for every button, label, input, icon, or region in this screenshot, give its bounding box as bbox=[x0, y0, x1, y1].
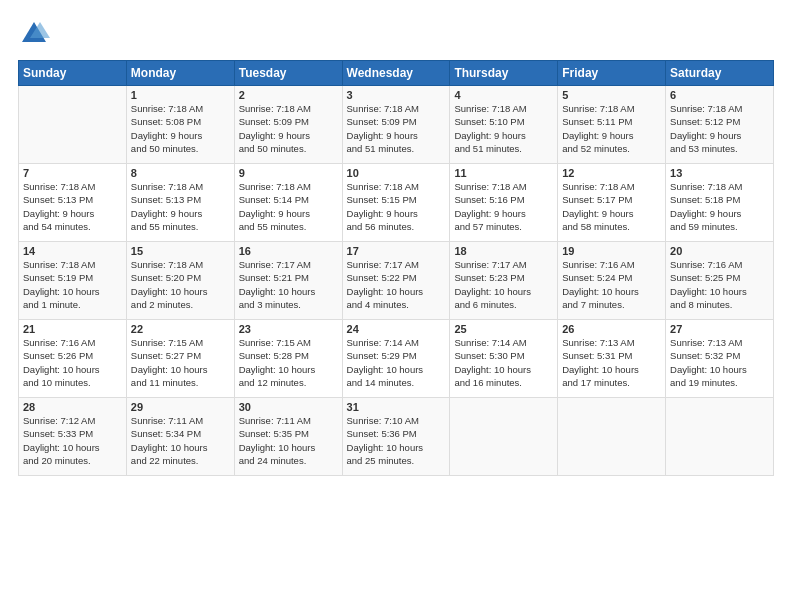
calendar-header: SundayMondayTuesdayWednesdayThursdayFrid… bbox=[19, 61, 774, 86]
day-number: 27 bbox=[670, 323, 769, 335]
day-number: 30 bbox=[239, 401, 338, 413]
day-number: 22 bbox=[131, 323, 230, 335]
day-number: 2 bbox=[239, 89, 338, 101]
calendar-cell: 27Sunrise: 7:13 AM Sunset: 5:32 PM Dayli… bbox=[666, 320, 774, 398]
calendar-body: 1Sunrise: 7:18 AM Sunset: 5:08 PM Daylig… bbox=[19, 86, 774, 476]
calendar-cell: 20Sunrise: 7:16 AM Sunset: 5:25 PM Dayli… bbox=[666, 242, 774, 320]
week-row-5: 28Sunrise: 7:12 AM Sunset: 5:33 PM Dayli… bbox=[19, 398, 774, 476]
day-number: 26 bbox=[562, 323, 661, 335]
day-info: Sunrise: 7:18 AM Sunset: 5:16 PM Dayligh… bbox=[454, 180, 553, 233]
calendar-cell: 12Sunrise: 7:18 AM Sunset: 5:17 PM Dayli… bbox=[558, 164, 666, 242]
calendar-cell: 9Sunrise: 7:18 AM Sunset: 5:14 PM Daylig… bbox=[234, 164, 342, 242]
calendar-cell bbox=[19, 86, 127, 164]
calendar-cell: 24Sunrise: 7:14 AM Sunset: 5:29 PM Dayli… bbox=[342, 320, 450, 398]
calendar-cell: 16Sunrise: 7:17 AM Sunset: 5:21 PM Dayli… bbox=[234, 242, 342, 320]
calendar-cell: 4Sunrise: 7:18 AM Sunset: 5:10 PM Daylig… bbox=[450, 86, 558, 164]
calendar-cell: 25Sunrise: 7:14 AM Sunset: 5:30 PM Dayli… bbox=[450, 320, 558, 398]
header-row: SundayMondayTuesdayWednesdayThursdayFrid… bbox=[19, 61, 774, 86]
calendar-cell: 2Sunrise: 7:18 AM Sunset: 5:09 PM Daylig… bbox=[234, 86, 342, 164]
day-number: 18 bbox=[454, 245, 553, 257]
header bbox=[18, 18, 774, 50]
calendar-cell: 28Sunrise: 7:12 AM Sunset: 5:33 PM Dayli… bbox=[19, 398, 127, 476]
day-number: 24 bbox=[347, 323, 446, 335]
page: SundayMondayTuesdayWednesdayThursdayFrid… bbox=[0, 0, 792, 612]
day-info: Sunrise: 7:14 AM Sunset: 5:29 PM Dayligh… bbox=[347, 336, 446, 389]
header-cell-sunday: Sunday bbox=[19, 61, 127, 86]
day-info: Sunrise: 7:18 AM Sunset: 5:14 PM Dayligh… bbox=[239, 180, 338, 233]
header-cell-wednesday: Wednesday bbox=[342, 61, 450, 86]
header-cell-friday: Friday bbox=[558, 61, 666, 86]
day-number: 7 bbox=[23, 167, 122, 179]
calendar-cell: 13Sunrise: 7:18 AM Sunset: 5:18 PM Dayli… bbox=[666, 164, 774, 242]
day-number: 29 bbox=[131, 401, 230, 413]
day-info: Sunrise: 7:18 AM Sunset: 5:20 PM Dayligh… bbox=[131, 258, 230, 311]
calendar-cell bbox=[666, 398, 774, 476]
day-number: 16 bbox=[239, 245, 338, 257]
calendar-cell bbox=[450, 398, 558, 476]
calendar-cell: 3Sunrise: 7:18 AM Sunset: 5:09 PM Daylig… bbox=[342, 86, 450, 164]
day-number: 3 bbox=[347, 89, 446, 101]
day-info: Sunrise: 7:11 AM Sunset: 5:35 PM Dayligh… bbox=[239, 414, 338, 467]
day-number: 19 bbox=[562, 245, 661, 257]
day-info: Sunrise: 7:10 AM Sunset: 5:36 PM Dayligh… bbox=[347, 414, 446, 467]
day-number: 21 bbox=[23, 323, 122, 335]
calendar-cell: 5Sunrise: 7:18 AM Sunset: 5:11 PM Daylig… bbox=[558, 86, 666, 164]
day-number: 1 bbox=[131, 89, 230, 101]
calendar-cell: 18Sunrise: 7:17 AM Sunset: 5:23 PM Dayli… bbox=[450, 242, 558, 320]
day-info: Sunrise: 7:15 AM Sunset: 5:27 PM Dayligh… bbox=[131, 336, 230, 389]
calendar-cell: 14Sunrise: 7:18 AM Sunset: 5:19 PM Dayli… bbox=[19, 242, 127, 320]
day-number: 23 bbox=[239, 323, 338, 335]
day-number: 14 bbox=[23, 245, 122, 257]
calendar-cell: 31Sunrise: 7:10 AM Sunset: 5:36 PM Dayli… bbox=[342, 398, 450, 476]
day-info: Sunrise: 7:18 AM Sunset: 5:08 PM Dayligh… bbox=[131, 102, 230, 155]
day-number: 12 bbox=[562, 167, 661, 179]
day-info: Sunrise: 7:17 AM Sunset: 5:21 PM Dayligh… bbox=[239, 258, 338, 311]
calendar-cell: 19Sunrise: 7:16 AM Sunset: 5:24 PM Dayli… bbox=[558, 242, 666, 320]
day-info: Sunrise: 7:18 AM Sunset: 5:12 PM Dayligh… bbox=[670, 102, 769, 155]
calendar-cell: 22Sunrise: 7:15 AM Sunset: 5:27 PM Dayli… bbox=[126, 320, 234, 398]
day-info: Sunrise: 7:16 AM Sunset: 5:26 PM Dayligh… bbox=[23, 336, 122, 389]
week-row-2: 7Sunrise: 7:18 AM Sunset: 5:13 PM Daylig… bbox=[19, 164, 774, 242]
day-number: 25 bbox=[454, 323, 553, 335]
week-row-4: 21Sunrise: 7:16 AM Sunset: 5:26 PM Dayli… bbox=[19, 320, 774, 398]
day-number: 11 bbox=[454, 167, 553, 179]
day-info: Sunrise: 7:11 AM Sunset: 5:34 PM Dayligh… bbox=[131, 414, 230, 467]
calendar-cell: 1Sunrise: 7:18 AM Sunset: 5:08 PM Daylig… bbox=[126, 86, 234, 164]
day-number: 4 bbox=[454, 89, 553, 101]
week-row-3: 14Sunrise: 7:18 AM Sunset: 5:19 PM Dayli… bbox=[19, 242, 774, 320]
day-number: 6 bbox=[670, 89, 769, 101]
calendar-cell: 26Sunrise: 7:13 AM Sunset: 5:31 PM Dayli… bbox=[558, 320, 666, 398]
calendar-cell: 15Sunrise: 7:18 AM Sunset: 5:20 PM Dayli… bbox=[126, 242, 234, 320]
header-cell-monday: Monday bbox=[126, 61, 234, 86]
day-info: Sunrise: 7:18 AM Sunset: 5:10 PM Dayligh… bbox=[454, 102, 553, 155]
calendar-cell: 30Sunrise: 7:11 AM Sunset: 5:35 PM Dayli… bbox=[234, 398, 342, 476]
day-info: Sunrise: 7:18 AM Sunset: 5:09 PM Dayligh… bbox=[239, 102, 338, 155]
header-cell-tuesday: Tuesday bbox=[234, 61, 342, 86]
day-info: Sunrise: 7:17 AM Sunset: 5:22 PM Dayligh… bbox=[347, 258, 446, 311]
day-info: Sunrise: 7:12 AM Sunset: 5:33 PM Dayligh… bbox=[23, 414, 122, 467]
day-info: Sunrise: 7:18 AM Sunset: 5:11 PM Dayligh… bbox=[562, 102, 661, 155]
day-info: Sunrise: 7:16 AM Sunset: 5:25 PM Dayligh… bbox=[670, 258, 769, 311]
day-number: 8 bbox=[131, 167, 230, 179]
day-number: 17 bbox=[347, 245, 446, 257]
calendar-cell: 6Sunrise: 7:18 AM Sunset: 5:12 PM Daylig… bbox=[666, 86, 774, 164]
calendar-cell: 21Sunrise: 7:16 AM Sunset: 5:26 PM Dayli… bbox=[19, 320, 127, 398]
header-cell-saturday: Saturday bbox=[666, 61, 774, 86]
calendar-cell: 10Sunrise: 7:18 AM Sunset: 5:15 PM Dayli… bbox=[342, 164, 450, 242]
calendar-cell: 29Sunrise: 7:11 AM Sunset: 5:34 PM Dayli… bbox=[126, 398, 234, 476]
day-info: Sunrise: 7:16 AM Sunset: 5:24 PM Dayligh… bbox=[562, 258, 661, 311]
logo bbox=[18, 18, 54, 50]
day-info: Sunrise: 7:18 AM Sunset: 5:09 PM Dayligh… bbox=[347, 102, 446, 155]
calendar-cell: 7Sunrise: 7:18 AM Sunset: 5:13 PM Daylig… bbox=[19, 164, 127, 242]
calendar-cell: 11Sunrise: 7:18 AM Sunset: 5:16 PM Dayli… bbox=[450, 164, 558, 242]
day-info: Sunrise: 7:18 AM Sunset: 5:19 PM Dayligh… bbox=[23, 258, 122, 311]
day-info: Sunrise: 7:18 AM Sunset: 5:13 PM Dayligh… bbox=[23, 180, 122, 233]
day-number: 5 bbox=[562, 89, 661, 101]
day-info: Sunrise: 7:18 AM Sunset: 5:18 PM Dayligh… bbox=[670, 180, 769, 233]
day-number: 9 bbox=[239, 167, 338, 179]
day-info: Sunrise: 7:18 AM Sunset: 5:17 PM Dayligh… bbox=[562, 180, 661, 233]
calendar-cell bbox=[558, 398, 666, 476]
day-info: Sunrise: 7:18 AM Sunset: 5:15 PM Dayligh… bbox=[347, 180, 446, 233]
calendar-cell: 23Sunrise: 7:15 AM Sunset: 5:28 PM Dayli… bbox=[234, 320, 342, 398]
day-number: 10 bbox=[347, 167, 446, 179]
